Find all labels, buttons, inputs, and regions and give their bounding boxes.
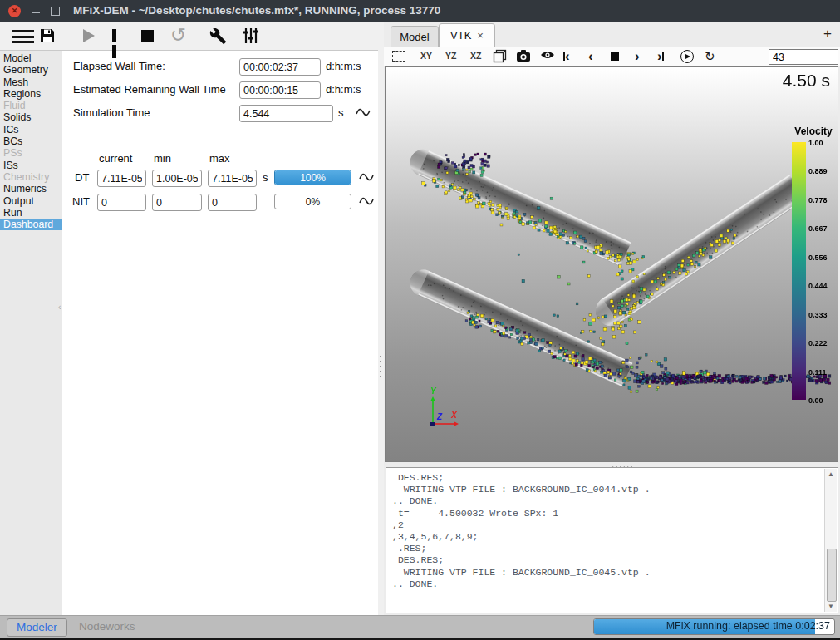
colorbar-tick: 0.889 xyxy=(808,167,837,175)
view-xz-icon[interactable]: XZ xyxy=(470,49,481,64)
panel-splitter[interactable] xyxy=(378,50,384,615)
elapsed-wall-time-label: Elapsed Wall Time: xyxy=(73,60,165,72)
plot-nit-icon[interactable] xyxy=(359,196,374,209)
play-icon[interactable] xyxy=(83,29,95,42)
snapshot-camera-icon[interactable] xyxy=(516,49,531,64)
plot-simtime-icon[interactable] xyxy=(356,107,371,120)
col-current-header: current xyxy=(99,152,132,165)
sidebar-item-mesh[interactable]: Mesh xyxy=(0,76,62,88)
vtk-toolbar: XY YZ XZ ‹ ‹ › › ↻ xyxy=(384,47,840,66)
simulation-time-label: Simulation Time xyxy=(73,106,150,119)
tab-vtk[interactable]: VTK× xyxy=(439,23,495,47)
menu-icon[interactable] xyxy=(12,30,34,43)
simulation-time-field[interactable] xyxy=(239,105,333,122)
view-xy-icon[interactable]: XY xyxy=(420,49,432,64)
remaining-unit-label: d:h:m:s xyxy=(326,83,361,96)
run-progress-bar: MFiX running: elapsed time 0:02:37 xyxy=(593,618,835,635)
colorbar-tick: 0.778 xyxy=(808,196,837,204)
dt-current-field[interactable] xyxy=(97,170,146,187)
right-panel: Model VTK× + XY YZ XZ ‹ ‹ › › xyxy=(384,22,840,615)
nit-current-field[interactable] xyxy=(97,194,146,211)
nit-max-field[interactable] xyxy=(208,194,257,211)
play-animation-icon[interactable] xyxy=(680,49,694,64)
scroll-up-icon[interactable]: ▲ xyxy=(825,469,837,480)
minimize-icon[interactable] xyxy=(32,12,40,13)
stop-icon[interactable] xyxy=(141,30,154,42)
console-output[interactable]: DES.RES; WRITING VTP FILE : BACKGROUND_I… xyxy=(386,468,838,594)
sidebar-collapse-handle[interactable]: ‹ xyxy=(58,302,61,312)
console-panel[interactable]: DES.RES; WRITING VTP FILE : BACKGROUND_I… xyxy=(386,467,838,613)
tab-close-icon[interactable]: × xyxy=(477,29,484,42)
tab-model[interactable]: Model xyxy=(391,26,439,47)
add-tab-icon[interactable]: + xyxy=(823,26,832,42)
sidebar-item-pss: PSs xyxy=(0,147,62,159)
titlebar: ✕ MFiX-DEM - ~/Desktop/chutes/chutes.mfx… xyxy=(0,0,840,22)
time-annotation: 4.50 s xyxy=(783,71,830,91)
col-max-header: max xyxy=(209,152,230,165)
save-icon[interactable] xyxy=(39,27,56,47)
maximize-icon[interactable] xyxy=(51,7,60,16)
colorbar-tick: 0.00 xyxy=(808,396,837,405)
visibility-eye-icon[interactable] xyxy=(540,49,555,64)
dt-max-field[interactable] xyxy=(208,170,257,187)
refresh-loop-icon[interactable]: ↻ xyxy=(705,49,715,64)
sidebar-item-regions[interactable]: Regions xyxy=(0,88,62,100)
remaining-wall-time-label: Estimated Remaining Wall Time xyxy=(73,83,226,96)
next-frame-icon[interactable]: › xyxy=(635,49,640,64)
colorbar-tick: 0.333 xyxy=(808,311,837,319)
close-icon[interactable]: ✕ xyxy=(8,5,21,17)
sidebar-item-dashboard[interactable]: Dashboard xyxy=(0,219,62,230)
pause-icon[interactable] xyxy=(112,29,125,42)
sidebar-item-geometry[interactable]: Geometry xyxy=(0,64,62,76)
application-window: ✕ MFiX-DEM - ~/Desktop/chutes/chutes.mfx… xyxy=(0,0,840,640)
simulation-scene[interactable] xyxy=(386,67,838,462)
frame-number-field[interactable] xyxy=(769,49,838,65)
view-yz-icon[interactable]: YZ xyxy=(445,49,456,64)
plot-dt-icon[interactable] xyxy=(359,172,374,185)
colorbar-tick: 0.444 xyxy=(808,282,837,290)
colorbar-tick: 0.222 xyxy=(808,339,837,347)
window-title: MFiX-DEM - ~/Desktop/chutes/chutes.mfx*,… xyxy=(73,4,440,17)
colorbar-tick: 1.00 xyxy=(808,139,837,147)
fit-view-icon[interactable] xyxy=(392,49,405,64)
perspective-icon[interactable] xyxy=(493,49,507,64)
velocity-colorbar: Velocity 1.000.8890.7780.6670.5560.4440.… xyxy=(790,126,838,416)
wrench-settings-icon[interactable] xyxy=(209,27,227,47)
run-progress-text: MFiX running: elapsed time 0:02:37 xyxy=(666,620,830,632)
previous-frame-icon[interactable]: ‹ xyxy=(588,49,593,64)
stop-playback-icon[interactable] xyxy=(611,49,619,64)
sidebar-item-numerics[interactable]: Numerics xyxy=(0,183,62,194)
colorbar-tick: 0.556 xyxy=(808,254,837,262)
colorbar-tick: 0.667 xyxy=(808,224,837,233)
col-min-header: min xyxy=(154,152,171,165)
sidebar-item-chemistry: Chemistry xyxy=(0,171,62,183)
dt-row-label: DT xyxy=(75,171,89,184)
sidebar-item-bcs[interactable]: BCs xyxy=(0,135,62,147)
first-frame-icon[interactable]: ‹ xyxy=(563,49,570,64)
nit-min-field[interactable] xyxy=(152,194,202,211)
console-scrollbar[interactable]: ▲ ▼ xyxy=(824,469,837,612)
sidebar-item-ics[interactable]: ICs xyxy=(0,124,62,135)
reset-icon[interactable]: ↺ xyxy=(170,24,186,47)
remaining-wall-time-field[interactable] xyxy=(239,81,321,99)
scrollbar-thumb[interactable] xyxy=(827,549,837,602)
simtime-unit-label: s xyxy=(338,106,344,119)
sidebar-item-iss[interactable]: ISs xyxy=(0,160,62,171)
sidebar-item-run[interactable]: Run xyxy=(0,207,62,219)
last-frame-icon[interactable]: › xyxy=(657,49,664,64)
dt-min-field[interactable] xyxy=(152,170,202,187)
scroll-down-icon[interactable]: ▼ xyxy=(825,601,837,612)
dashboard-panel: Elapsed Wall Time: d:h:m:s Estimated Rem… xyxy=(62,50,379,615)
sidebar-item-output[interactable]: Output xyxy=(0,195,62,207)
sidebar-item-solids[interactable]: Solids xyxy=(0,111,62,123)
vtk-3d-view[interactable]: 4.50 s Velocity 1.000.8890.7780.6670.556… xyxy=(385,66,838,462)
tab-bar: Model VTK× + xyxy=(384,22,840,47)
sliders-settings-icon[interactable] xyxy=(243,27,259,47)
nodeworks-button[interactable]: Nodeworks xyxy=(79,620,135,633)
elapsed-wall-time-field[interactable] xyxy=(239,58,321,76)
elapsed-unit-label: d:h:m:s xyxy=(326,60,361,72)
sidebar-item-model[interactable]: Model xyxy=(0,52,62,64)
nit-row-label: NIT xyxy=(72,195,90,208)
modeler-button[interactable]: Modeler xyxy=(7,618,67,637)
colorbar-tick: 0.111 xyxy=(808,368,837,377)
